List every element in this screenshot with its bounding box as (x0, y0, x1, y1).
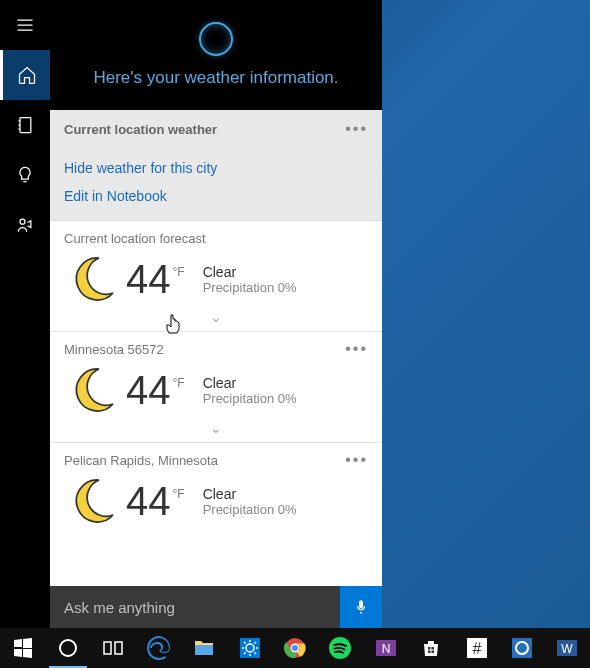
moon-icon (64, 473, 120, 529)
store-icon (419, 636, 443, 660)
cortana-logo-icon (199, 22, 233, 56)
menu-button[interactable] (0, 0, 50, 50)
more-icon[interactable]: ••• (345, 451, 368, 469)
spotify-icon (328, 636, 352, 660)
svg-rect-4 (115, 642, 122, 654)
forecast-location: Current location forecast (64, 231, 206, 246)
svg-rect-15 (428, 651, 431, 654)
svg-rect-16 (432, 651, 435, 654)
svg-rect-14 (432, 647, 435, 650)
edge-button[interactable] (136, 628, 181, 668)
expand-chevron-icon[interactable]: ⌄ (64, 418, 368, 438)
temperature: 44 °F (126, 259, 185, 299)
cortana-panel: Here's your weather information. Current… (0, 0, 382, 628)
search-input[interactable] (50, 599, 340, 616)
pointer-cursor-icon (165, 313, 183, 335)
taskview-icon (101, 636, 125, 660)
cortana-headline: Here's your weather information. (93, 68, 338, 88)
temperature: 44 °F (126, 481, 185, 521)
svg-point-2 (60, 640, 76, 656)
conditions: Clear Precipitation 0% (203, 486, 297, 517)
file-explorer-button[interactable] (182, 628, 227, 668)
home-button[interactable] (0, 50, 50, 100)
hide-weather-link[interactable]: Hide weather for this city (64, 154, 368, 182)
forecast-location: Pelican Rapids, Minnesota (64, 453, 218, 468)
forecast-card[interactable]: Pelican Rapids, Minnesota ••• 44 °F Clea… (50, 442, 382, 533)
taskview-button[interactable] (91, 628, 136, 668)
forecast-card[interactable]: Current location forecast 44 °F Clear Pr… (50, 220, 382, 331)
section-header: Current location weather ••• (50, 110, 382, 148)
cortana-sidebar (0, 0, 50, 628)
expand-chevron-icon[interactable]: ⌄ (64, 307, 368, 327)
cortana-taskbar-button[interactable] (45, 628, 90, 668)
conditions: Clear Precipitation 0% (203, 264, 297, 295)
folder-icon (192, 636, 216, 660)
app-icon (510, 636, 534, 660)
svg-rect-13 (428, 647, 431, 650)
conditions: Clear Precipitation 0% (203, 375, 297, 406)
store-button[interactable] (409, 628, 454, 668)
cortana-main: Here's your weather information. Current… (50, 0, 382, 628)
spotify-button[interactable] (318, 628, 363, 668)
svg-text:#: # (472, 640, 481, 657)
moon-icon (64, 362, 120, 418)
gear-icon (238, 636, 262, 660)
cortana-header: Here's your weather information. (50, 0, 382, 110)
slack-button[interactable]: # (454, 628, 499, 668)
cortana-search-bar (50, 586, 382, 628)
windows-icon (11, 636, 35, 660)
onenote-icon: N (374, 636, 398, 660)
svg-point-9 (292, 645, 298, 651)
section-title: Current location weather (64, 122, 217, 137)
svg-rect-3 (104, 642, 111, 654)
forecast-location: Minnesota 56572 (64, 342, 164, 357)
tips-button[interactable] (0, 150, 50, 200)
chrome-icon (283, 636, 307, 660)
temperature: 44 °F (126, 370, 185, 410)
word-icon: W (555, 636, 579, 660)
weather-content: Current location weather ••• Hide weathe… (50, 110, 382, 628)
microphone-icon (353, 599, 369, 615)
onenote-button[interactable]: N (363, 628, 408, 668)
svg-text:W: W (562, 642, 574, 656)
forecast-card[interactable]: Minnesota 56572 ••• 44 °F Clear Precipit… (50, 331, 382, 442)
more-icon[interactable]: ••• (345, 340, 368, 358)
settings-button[interactable] (227, 628, 272, 668)
svg-text:N: N (381, 642, 390, 656)
edit-notebook-link[interactable]: Edit in Notebook (64, 182, 368, 210)
microphone-button[interactable] (340, 586, 382, 628)
edge-icon (147, 636, 171, 660)
start-button[interactable] (0, 628, 45, 668)
moon-icon (64, 251, 120, 307)
more-icon[interactable]: ••• (345, 120, 368, 138)
chrome-button[interactable] (272, 628, 317, 668)
word-button[interactable]: W (545, 628, 590, 668)
svg-point-1 (20, 219, 25, 224)
taskbar: N # W (0, 628, 590, 668)
svg-rect-0 (20, 118, 31, 133)
slack-icon: # (465, 636, 489, 660)
notebook-button[interactable] (0, 100, 50, 150)
app-button[interactable] (499, 628, 544, 668)
cortana-icon (56, 636, 80, 660)
feedback-button[interactable] (0, 200, 50, 250)
section-actions: Hide weather for this city Edit in Noteb… (50, 148, 382, 220)
